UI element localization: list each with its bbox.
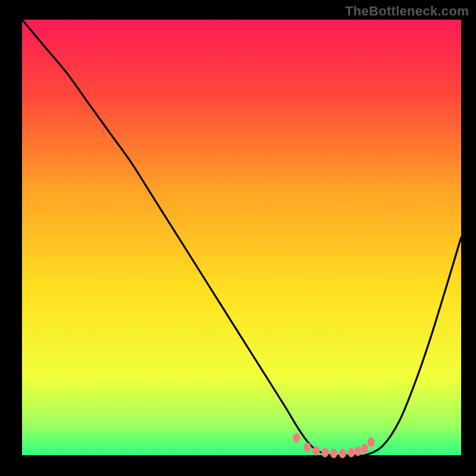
valley-marker [361, 444, 368, 453]
valley-marker [339, 449, 346, 458]
valley-marker [321, 448, 328, 458]
valley-marker [348, 448, 355, 458]
valley-marker [312, 446, 320, 456]
chart-canvas [0, 0, 476, 476]
valley-marker [368, 437, 375, 447]
valley-marker [304, 443, 311, 452]
valley-marker [293, 433, 300, 443]
valley-marker [330, 449, 337, 458]
gradient-background [22, 20, 461, 455]
valley-marker [355, 446, 362, 456]
watermark-label: TheBottleneck.com [345, 4, 469, 19]
